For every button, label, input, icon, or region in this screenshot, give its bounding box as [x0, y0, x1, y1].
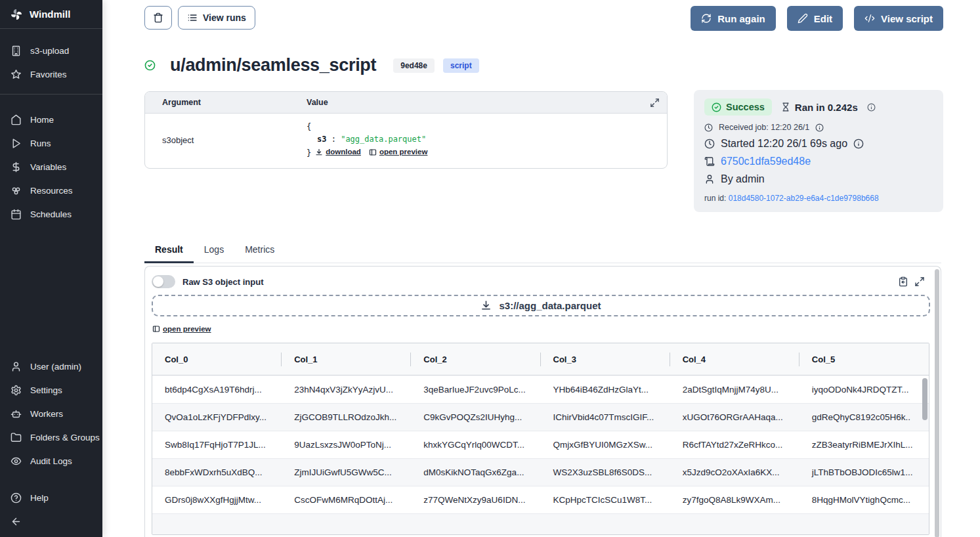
download-link[interactable]: download [315, 146, 361, 158]
raw-s3-toggle[interactable] [152, 275, 175, 288]
sidebar-item-folders-groups[interactable]: Folders & Groups [0, 425, 102, 449]
view-runs-button[interactable]: View runs [178, 6, 255, 30]
column-header[interactable]: Col_4 [670, 343, 799, 375]
table-cell: xUGOt76ORGrAAHaqa... [670, 412, 799, 422]
sidebar-item-label: Workers [30, 409, 63, 419]
table-row: bt6dp4CgXsA19T6hdrj... 23hN4qxV3jZkYyAzj… [152, 376, 929, 403]
argument-column-header: Argument [145, 98, 307, 107]
json-colon: : [331, 135, 336, 144]
table-cell: C9kGvPOQZs2IUHyhg... [411, 412, 540, 422]
run-id-row: run id: 018d4580-1072-ab29-e6a4-c1de9798… [704, 194, 933, 203]
sidebar: Windmill s3-upload Favorites [0, 0, 102, 537]
open-preview-icon [152, 325, 160, 333]
table-cell: gdReQhyC8192c05H6k.. [799, 412, 929, 422]
sidebar-item-resources[interactable]: Resources [0, 179, 102, 202]
tab-logs[interactable]: Logs [194, 239, 234, 263]
column-header[interactable]: Col_2 [411, 343, 540, 375]
expand-icon[interactable] [914, 276, 925, 287]
sidebar-item-user[interactable]: User (admin) [0, 354, 102, 378]
table-cell: KCpHpcTCIcSCu1W8T... [541, 495, 670, 505]
sidebar-item-favorites[interactable]: Favorites [0, 62, 102, 86]
by-admin-text: By admin [721, 173, 765, 185]
s3-object-path: s3://agg_data.parquet [499, 300, 601, 311]
job-id-link[interactable]: 6750c1dfa59ed48e [721, 156, 811, 167]
open-preview-link[interactable]: open preview [369, 146, 428, 158]
page-title: u/admin/seamless_script [170, 55, 376, 75]
info-icon[interactable] [815, 123, 824, 132]
sidebar-item-label: Home [30, 115, 54, 125]
table-cell: WS2X3uzSBL8f6S0DS... [541, 467, 670, 477]
play-icon [11, 138, 22, 149]
list-icon [187, 12, 198, 23]
arguments-card: Argument Value s3object { s3 : "agg_data… [144, 91, 668, 169]
sidebar-item-variables[interactable]: Variables [0, 155, 102, 179]
bot-icon [11, 408, 22, 419]
arguments-header: Argument Value [145, 92, 667, 114]
dollar-icon [11, 161, 22, 173]
arrow-left-icon [11, 516, 22, 527]
column-header[interactable]: Col_5 [799, 343, 929, 375]
table-scrollbar[interactable] [922, 378, 927, 420]
sidebar-item-home[interactable]: Home [0, 108, 102, 131]
result-panel: Raw S3 object input s3://agg_data.parque… [144, 266, 941, 537]
pencil-icon [798, 13, 808, 24]
json-string-value: "agg_data.parquet" [341, 135, 426, 144]
table-cell: 8HqgHMolVYtighQcmc... [799, 495, 929, 505]
sidebar-collapse-button[interactable] [0, 509, 102, 533]
info-icon[interactable] [867, 103, 876, 112]
user-icon [704, 174, 715, 184]
sidebar-item-label: Resources [30, 186, 73, 196]
expand-icon[interactable] [650, 98, 660, 108]
table-cell: R6cfTAYtd27xZeRHkco... [670, 440, 799, 450]
json-key: s3 [317, 135, 326, 144]
table-cell: zy7fgoQ8A8Lk9WXAm... [670, 495, 799, 505]
refresh-icon [701, 13, 712, 24]
delete-button[interactable] [144, 6, 172, 30]
view-runs-label: View runs [203, 12, 246, 23]
trash-icon [153, 12, 163, 23]
sidebar-item-settings[interactable]: Settings [0, 378, 102, 402]
table-row: 8ebbFxWDxrh5uXdBQ... ZjmIJUiGwfU5GWw5C..… [152, 458, 929, 486]
column-header[interactable]: Col_1 [282, 343, 411, 375]
hourglass-icon [781, 102, 790, 112]
sidebar-item-label: Settings [30, 385, 62, 395]
calendar-icon [11, 209, 22, 220]
info-icon[interactable] [853, 139, 864, 149]
resources-icon [11, 185, 22, 196]
sidebar-item-label: Schedules [30, 209, 72, 219]
sidebar-item-label: User (admin) [30, 362, 81, 372]
star-icon [11, 69, 22, 80]
table-row: GDrs0j8wXXgfHgjjMtw... CscOFwM6MRqDOttAj… [152, 486, 929, 513]
edit-label: Edit [814, 13, 832, 24]
column-header[interactable]: Col_3 [541, 343, 670, 375]
table-cell: 9UazLsxzsJW0oPToNj... [282, 440, 411, 450]
sidebar-item-runs[interactable]: Runs [0, 131, 102, 155]
copy-clipboard-icon[interactable] [898, 276, 908, 287]
sidebar-item-audit-logs[interactable]: Audit Logs [0, 449, 102, 473]
view-script-button[interactable]: View script [854, 6, 943, 31]
tab-result[interactable]: Result [144, 239, 194, 263]
result-panel-scrollbar[interactable] [935, 269, 939, 537]
json-close-brace: } [307, 149, 311, 158]
sidebar-item-help[interactable]: Help [0, 486, 102, 509]
table-cell: 3qeBarIueJF2uvc9PoLc... [411, 385, 540, 395]
run-again-button[interactable]: Run again [691, 6, 776, 31]
edit-button[interactable]: Edit [787, 6, 843, 31]
open-preview-link[interactable]: open preview [152, 325, 211, 333]
sidebar-item-label: Runs [30, 139, 51, 148]
windmill-run-page: Windmill s3-upload Favorites [0, 0, 980, 537]
s3-download-dropzone[interactable]: s3://agg_data.parquet [152, 295, 930, 316]
sidebar-item-workers[interactable]: Workers [0, 402, 102, 425]
duration-text: Ran in 0.242s [781, 102, 858, 113]
run-info-card: Success Ran in 0.242s Received job: 12:2… [694, 90, 943, 212]
tab-metrics[interactable]: Metrics [234, 239, 285, 263]
brand[interactable]: Windmill [0, 0, 102, 29]
run-id-link[interactable]: 018d4580-1072-ab29-e6a4-c1de9798b668 [729, 194, 879, 203]
table-cell: 2aDtSgtIqMnjjM74y8U... [670, 385, 799, 395]
table-cell: CscOFwM6MRqDOttAj... [282, 495, 411, 505]
sidebar-item-schedules[interactable]: Schedules [0, 202, 102, 226]
code-icon [864, 13, 875, 24]
sidebar-item-s3-upload[interactable]: s3-upload [0, 39, 102, 62]
brand-name: Windmill [30, 9, 70, 20]
column-header[interactable]: Col_0 [152, 343, 282, 375]
